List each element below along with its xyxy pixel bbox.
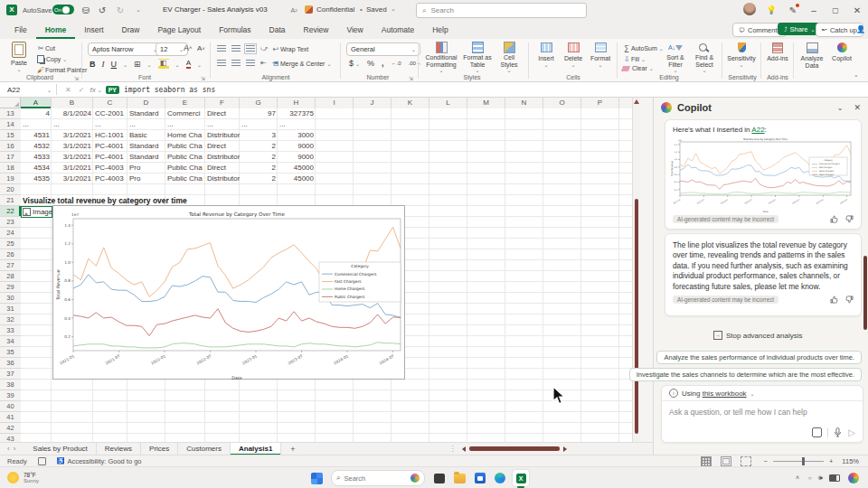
panel-close-icon[interactable]: ✕ [854,103,861,112]
rename-icon[interactable]: A² [288,4,300,16]
row-header-15[interactable]: 15 [0,130,21,141]
borders-chevron-icon[interactable]: ⌄ [147,61,152,68]
cell-E19[interactable]: Public Cha [165,174,205,184]
fill-button[interactable]: ⇩Fill⌄ [622,54,646,63]
increase-decimal-icon[interactable]: ←.0 [392,61,401,66]
copy-button[interactable]: Copy⌄ [36,54,67,63]
store-icon[interactable] [475,473,486,483]
cell-G16[interactable]: 2 [240,141,278,152]
tray-copilot-icon[interactable] [848,473,859,483]
row-header-38[interactable]: 38 [0,380,21,390]
analyze-data-button[interactable]: Analyze Data [797,42,827,69]
cell-D15[interactable]: Basic [127,130,165,141]
cell-A15[interactable]: 4531 [21,130,52,141]
row-header-29[interactable]: 29 [0,282,21,293]
row-header-40[interactable]: 40 [0,401,21,412]
save-icon[interactable]: ⛁ [80,4,92,16]
cell-B19[interactable]: 3/1/2021 [52,174,93,184]
view-page-break-icon[interactable] [741,456,751,466]
cell-H17[interactable]: 9000 [278,152,316,163]
cell-E15[interactable]: Home Cha [165,130,205,141]
ribbon-tab-file[interactable]: File [5,20,36,39]
thumbs-up-icon[interactable] [830,296,838,304]
number-format-select[interactable]: General⌄ [346,42,420,56]
ribbon-tab-data[interactable]: Data [260,20,295,39]
column-header-H[interactable]: H [278,98,316,108]
cell-E18[interactable]: Public Cha [165,163,205,174]
cell-D16[interactable]: Standard [127,141,165,152]
cell-C15[interactable]: HC-1001 [93,130,127,141]
row-header-37[interactable]: 37 [0,369,21,380]
zoom-out-icon[interactable]: − [764,457,768,465]
tray-chevron-icon[interactable]: ˄ [796,474,799,481]
function-chevron-icon[interactable]: ⌄ [98,87,102,93]
lightbulb-icon[interactable]: 💡 [765,4,778,16]
row-header-36[interactable]: 36 [0,358,21,369]
column-header-L[interactable]: L [429,98,467,108]
cell-H18[interactable]: 45000 [278,163,316,174]
cell-C16[interactable]: PC-4001 [93,141,127,152]
search-box[interactable]: ⌕ Search [416,3,587,18]
row-header-20[interactable]: 20 [0,184,21,195]
comma-icon[interactable]: , [382,59,384,68]
font-name-select[interactable]: Aptos Narrow⌄ [88,42,162,56]
sheet-tab-sales-by-product[interactable]: Sales by Product [24,443,96,455]
addins-button[interactable]: Add-ins [764,42,791,62]
prompt-library-icon[interactable] [812,427,822,437]
sheet-tab-reviews[interactable]: Reviews [97,443,141,455]
cell-B14[interactable]: ... [52,119,93,130]
enter-entry-icon[interactable]: ✓ [79,86,85,94]
align-left-icon[interactable] [217,60,226,67]
tab-splitter-icon[interactable]: ⋮ [449,445,457,453]
add-sheet-button[interactable]: + [290,445,295,454]
row-header-42[interactable]: 42 [0,423,21,434]
orientation-icon[interactable]: ⤻ [260,44,269,53]
cell-G17[interactable]: 2 [240,152,278,163]
hscroll-left-icon[interactable] [462,446,466,452]
scroll-up-icon[interactable] [634,99,639,104]
cell-H16[interactable]: 9000 [278,141,316,152]
cell-H13[interactable]: 327375 [278,108,316,119]
horizontal-scroll-thumb[interactable] [469,446,560,451]
column-header-D[interactable]: D [127,98,165,108]
cell-C19[interactable]: PC-4003 [93,174,127,184]
cell-E17[interactable]: Public Cha [165,152,205,163]
suggestion-chip-2[interactable]: Investigate the sales channels to determ… [629,368,862,381]
worksheet-grid[interactable]: ABCDEFGHIJKLMNOPQ 1314151617181920212223… [0,98,640,442]
cell-B18[interactable]: 3/1/2021 [52,163,93,174]
toolbar-more-icon[interactable]: ⌄ [132,4,145,16]
column-header-M[interactable]: M [467,98,505,108]
cell-E13[interactable]: Commerci [165,108,205,119]
sheet-tab-customers[interactable]: Customers [178,443,231,455]
cell-G15[interactable]: 3 [240,130,278,141]
row-header-31[interactable]: 31 [0,304,21,314]
select-all-corner[interactable] [0,98,21,108]
edge-icon[interactable] [495,473,505,483]
column-header-P[interactable]: P [581,98,619,108]
cell-G18[interactable]: 2 [240,163,278,174]
sheet-nav-left-icon[interactable]: ‹ [7,445,10,453]
excel-taskbar-icon[interactable]: X [513,470,529,486]
row-header-26[interactable]: 26 [0,249,21,260]
send-icon[interactable]: ▷ [848,427,855,437]
undo-icon[interactable]: ↺ [96,4,108,16]
delete-cells-button[interactable]: Delete⌄ [561,42,586,68]
percent-icon[interactable]: % [367,59,374,68]
cell-D13[interactable]: Standard [127,108,165,119]
column-header-O[interactable]: O [543,98,581,108]
cell-F13[interactable]: Direct [205,108,240,119]
microphone-icon[interactable] [834,427,842,437]
autosave-toggle[interactable]: On [52,5,74,14]
embedded-chart[interactable]: 0.20.40.60.81.01.21.42021-012021-072022-… [52,205,405,380]
volume-icon[interactable]: 🕪 [818,474,823,483]
row-header-43[interactable]: 43 [0,434,21,442]
currency-icon[interactable]: $ [349,59,354,68]
align-bottom-icon[interactable] [246,45,255,52]
row-header-41[interactable]: 41 [0,412,21,423]
cell-F14[interactable]: ... [205,119,240,130]
vertical-scrollbar[interactable] [632,98,640,442]
row-header-28[interactable]: 28 [0,271,21,282]
conditional-formatting-button[interactable]: Conditional Formatting⌄ [423,42,459,74]
cell-styles-button[interactable]: Cell Styles⌄ [495,42,523,74]
cell-B17[interactable]: 3/1/2021 [52,152,93,163]
